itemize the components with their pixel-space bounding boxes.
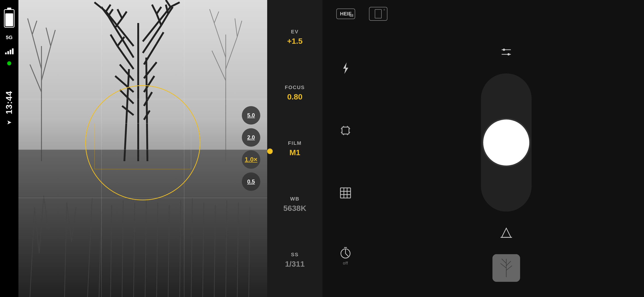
viewfinder-bg: [18, 0, 267, 297]
ss-control[interactable]: SS 1/311: [285, 252, 304, 268]
ev-control[interactable]: EV +1.5: [287, 29, 302, 46]
svg-rect-1: [18, 150, 267, 297]
wb-value: 5638K: [283, 204, 306, 213]
film-value: M1: [289, 148, 300, 157]
zoom-2x[interactable]: 2.0: [242, 128, 260, 147]
thumbnail-preview[interactable]: [492, 254, 520, 282]
svg-line-93: [346, 254, 348, 256]
top-right-bar: HEIF 48: [322, 0, 644, 28]
timer-button[interactable]: off: [338, 246, 352, 266]
zoom-05x[interactable]: 0.5: [242, 172, 260, 191]
camera-settings-panel: EV +1.5 FOCUS 0.80 FILM M1 WB 5638K SS 1…: [267, 0, 322, 297]
location-dot: [7, 61, 11, 66]
svg-rect-86: [340, 188, 350, 198]
format-icon[interactable]: [369, 7, 388, 21]
scene-svg: [18, 0, 267, 297]
ev-dot: [267, 148, 273, 154]
ss-label: SS: [291, 252, 298, 258]
focus-label: FOCUS: [285, 84, 305, 90]
svg-rect-77: [342, 127, 349, 134]
left-icon-col: off: [322, 28, 368, 297]
thumb-img: [492, 254, 520, 282]
wb-control[interactable]: WB 5638K: [283, 196, 306, 213]
time-display: 13:44: [4, 91, 14, 114]
ev-label: EV: [291, 29, 298, 35]
grid-icon: [338, 186, 352, 200]
shutter-button[interactable]: [483, 120, 529, 166]
focus-square-icon: [338, 124, 352, 138]
svg-point-98: [508, 53, 510, 56]
right-controls-area: HEIF 48: [322, 0, 644, 297]
grid-button[interactable]: [336, 184, 355, 202]
sliders-icon: [499, 45, 513, 59]
signal-bars: [5, 48, 14, 54]
battery-percent: 83: [7, 16, 11, 20]
flash-button[interactable]: [336, 59, 355, 77]
location-arrow-icon: ➤: [7, 119, 12, 126]
landscape-button[interactable]: [497, 224, 516, 242]
wb-label: WB: [290, 196, 300, 202]
film-label: FILM: [288, 140, 302, 146]
battery-icon: 83: [4, 9, 14, 28]
viewfinder[interactable]: 5.0 2.0 1.0× 0.5: [18, 0, 267, 297]
flash-icon: [338, 61, 352, 75]
app-container: 83 5G 13:44 ➤: [0, 0, 644, 297]
timer-icon: [338, 246, 352, 260]
timer-label: off: [343, 261, 348, 266]
heif-badge[interactable]: HEIF 48: [336, 8, 355, 19]
zoom-1x[interactable]: 1.0×: [242, 150, 260, 169]
focus-button[interactable]: [336, 121, 355, 140]
mid-right-controls: off: [322, 28, 644, 297]
zoom-pills: 5.0 2.0 1.0× 0.5: [242, 106, 260, 191]
film-control[interactable]: FILM M1: [288, 140, 302, 157]
focus-control[interactable]: FOCUS 0.80: [285, 84, 305, 101]
ss-value: 1/311: [285, 260, 304, 268]
svg-marker-99: [502, 228, 511, 237]
landscape-icon: [499, 226, 513, 240]
zoom-5x[interactable]: 5.0: [242, 106, 260, 124]
ev-value: +1.5: [287, 36, 302, 46]
focus-value: 0.80: [287, 92, 302, 101]
status-bar: 83 5G 13:44 ➤: [0, 0, 18, 297]
shutter-container: [481, 74, 532, 212]
sliders-button[interactable]: [497, 43, 516, 61]
network-label: 5G: [6, 34, 12, 40]
svg-point-97: [503, 48, 505, 51]
right-icon-col: [368, 28, 644, 297]
